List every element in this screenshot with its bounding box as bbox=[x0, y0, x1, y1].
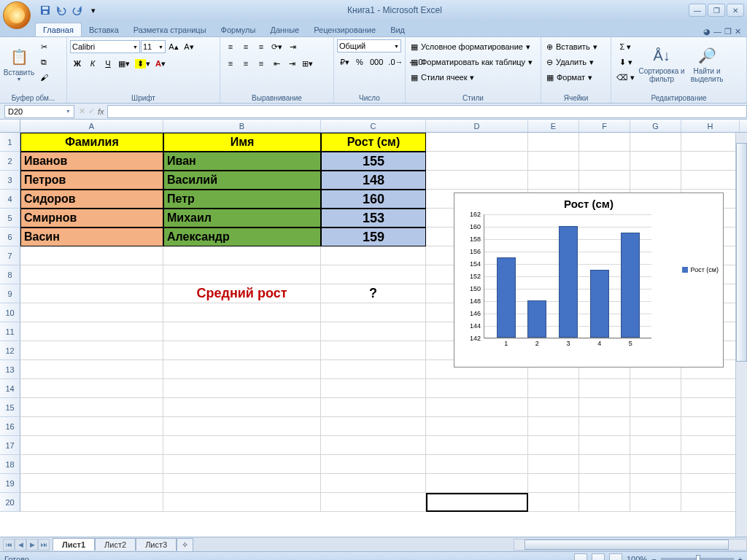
cell[interactable] bbox=[630, 152, 681, 171]
restore-button[interactable]: ❐ bbox=[708, 4, 725, 17]
paste-button[interactable]: 📋 Вставить ▼ bbox=[3, 39, 35, 88]
row-header[interactable]: 20 bbox=[0, 493, 20, 512]
sheet-tab[interactable]: Лист3 bbox=[136, 538, 177, 551]
column-header[interactable]: C bbox=[321, 120, 426, 132]
cell[interactable] bbox=[321, 265, 426, 284]
align-left-button[interactable]: ≡ bbox=[223, 56, 238, 71]
cell[interactable] bbox=[630, 474, 681, 493]
cell[interactable] bbox=[528, 455, 579, 474]
cell[interactable] bbox=[20, 455, 163, 474]
cell[interactable] bbox=[528, 493, 579, 512]
column-header[interactable]: D bbox=[426, 120, 528, 132]
insert-cells-button[interactable]: ⊕ Вставить ▾ bbox=[544, 39, 607, 54]
grow-font-button[interactable]: A▴ bbox=[166, 39, 181, 54]
cell[interactable] bbox=[579, 379, 630, 398]
cell[interactable] bbox=[20, 360, 163, 379]
increase-decimal-button[interactable]: .0→ bbox=[386, 55, 405, 69]
cell[interactable] bbox=[20, 493, 163, 512]
merge-button[interactable]: ⊞▾ bbox=[300, 56, 315, 71]
first-sheet-icon[interactable]: ⏮ bbox=[3, 539, 15, 551]
cell[interactable] bbox=[579, 493, 630, 512]
cell[interactable] bbox=[20, 379, 163, 398]
decrease-indent-button[interactable]: ⇤ bbox=[269, 56, 284, 71]
fill-button[interactable]: ⬇ ▾ bbox=[614, 55, 637, 69]
cell[interactable] bbox=[163, 322, 321, 341]
currency-button[interactable]: ₽▾ bbox=[337, 55, 352, 69]
save-icon[interactable] bbox=[38, 3, 53, 18]
row-header[interactable]: 17 bbox=[0, 436, 20, 455]
cell[interactable] bbox=[321, 398, 426, 417]
cell[interactable] bbox=[528, 171, 579, 190]
tab-home[interactable]: Главная bbox=[35, 23, 82, 36]
column-header[interactable]: G bbox=[630, 120, 681, 132]
row-header[interactable]: 1 bbox=[0, 133, 20, 152]
cell[interactable] bbox=[321, 455, 426, 474]
row-header[interactable]: 19 bbox=[0, 474, 20, 493]
close-button[interactable]: ✕ bbox=[727, 4, 744, 17]
comma-button[interactable]: 000 bbox=[368, 55, 385, 69]
cell[interactable] bbox=[321, 379, 426, 398]
row-header[interactable]: 4 bbox=[0, 190, 20, 209]
cell[interactable] bbox=[321, 341, 426, 360]
cell[interactable] bbox=[681, 455, 740, 474]
format-cells-button[interactable]: ▦ Формат ▾ bbox=[544, 70, 607, 85]
row-header[interactable]: 6 bbox=[0, 228, 20, 246]
cell[interactable] bbox=[20, 284, 163, 303]
redo-icon[interactable] bbox=[70, 3, 85, 18]
cell[interactable] bbox=[681, 379, 740, 398]
zoom-in-button[interactable]: + bbox=[738, 555, 743, 561]
zoom-level[interactable]: 100% bbox=[627, 555, 647, 561]
normal-view-button[interactable] bbox=[574, 553, 587, 561]
cell[interactable] bbox=[426, 455, 528, 474]
cell[interactable] bbox=[163, 341, 321, 360]
cell[interactable] bbox=[321, 493, 426, 512]
zoom-slider[interactable] bbox=[661, 558, 734, 561]
cell[interactable] bbox=[528, 133, 579, 152]
page-layout-view-button[interactable] bbox=[592, 553, 605, 561]
wrap-text-button[interactable]: ⇥ bbox=[285, 39, 300, 54]
cell[interactable]: Васин bbox=[20, 228, 163, 246]
cell[interactable] bbox=[579, 474, 630, 493]
cell[interactable] bbox=[426, 417, 528, 436]
cell[interactable] bbox=[630, 133, 681, 152]
cell[interactable] bbox=[681, 398, 740, 417]
format-as-table-button[interactable]: ▦Форматировать как таблицу ▾ bbox=[409, 55, 537, 69]
align-bottom-button[interactable]: ≡ bbox=[254, 39, 268, 54]
cell[interactable] bbox=[426, 398, 528, 417]
new-sheet-tab[interactable]: ✧ bbox=[177, 538, 193, 551]
cell[interactable] bbox=[20, 474, 163, 493]
bold-button[interactable]: Ж bbox=[70, 56, 85, 71]
cell[interactable]: Петров bbox=[20, 171, 163, 190]
cell[interactable] bbox=[163, 398, 321, 417]
autosum-button[interactable]: Σ ▾ bbox=[614, 39, 637, 54]
mdi-close-icon[interactable]: ✕ bbox=[735, 27, 741, 36]
cell[interactable] bbox=[321, 246, 426, 265]
column-header[interactable]: H bbox=[681, 120, 740, 132]
cell[interactable] bbox=[630, 379, 681, 398]
cell[interactable] bbox=[163, 455, 321, 474]
row-header[interactable]: 5 bbox=[0, 209, 20, 228]
cell[interactable]: Василий bbox=[163, 171, 321, 190]
cell[interactable] bbox=[163, 303, 321, 322]
cell[interactable]: Фамилия bbox=[20, 133, 163, 152]
row-header[interactable]: 10 bbox=[0, 303, 20, 322]
cell[interactable] bbox=[163, 417, 321, 436]
increase-indent-button[interactable]: ⇥ bbox=[285, 56, 299, 71]
embedded-chart[interactable]: Рост (см) 142144146148150152154156158160… bbox=[454, 192, 724, 368]
cell[interactable] bbox=[20, 322, 163, 341]
cell-styles-button[interactable]: ▦Стили ячеек ▾ bbox=[409, 70, 537, 85]
cell[interactable] bbox=[163, 360, 321, 379]
row-header[interactable]: 14 bbox=[0, 379, 20, 398]
cell[interactable] bbox=[630, 455, 681, 474]
row-header[interactable]: 7 bbox=[0, 246, 20, 265]
cell[interactable] bbox=[681, 436, 740, 455]
column-header[interactable]: E bbox=[528, 120, 579, 132]
cell[interactable] bbox=[579, 152, 630, 171]
clear-button[interactable]: ⌫ ▾ bbox=[614, 70, 637, 85]
name-box[interactable]: D20▼ bbox=[4, 105, 74, 118]
cell[interactable] bbox=[681, 474, 740, 493]
cell[interactable] bbox=[528, 436, 579, 455]
cell[interactable] bbox=[579, 436, 630, 455]
underline-button[interactable]: Ч bbox=[101, 56, 115, 71]
cell[interactable] bbox=[579, 398, 630, 417]
